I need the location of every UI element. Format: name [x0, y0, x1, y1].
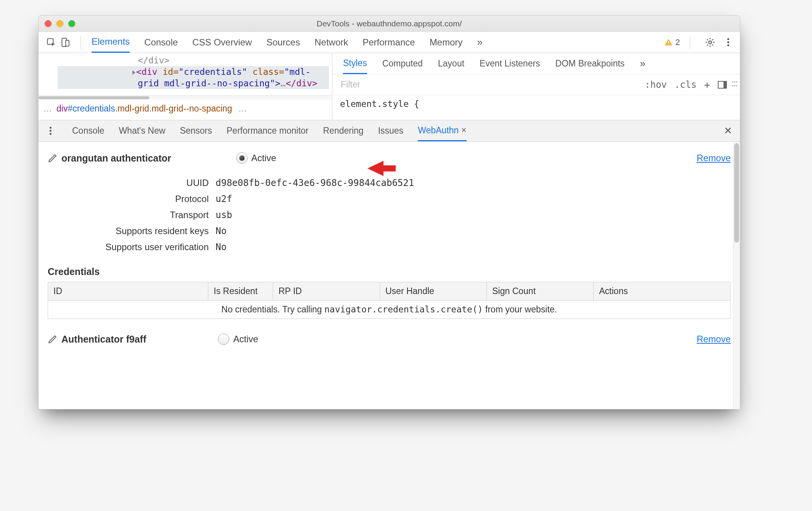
more-options-icon[interactable] — [724, 37, 732, 48]
credentials-heading: Credentials — [48, 266, 731, 277]
warning-count[interactable]: 2 — [664, 37, 680, 47]
remove-authenticator-link[interactable]: Remove — [697, 334, 731, 344]
more-tabs-chevron-icon[interactable]: » — [477, 36, 482, 48]
resident-label: Supports resident keys — [48, 226, 216, 236]
svg-rect-3 — [668, 41, 669, 43]
tab-performance[interactable]: Performance — [362, 32, 415, 53]
main-toolbar: Elements Console CSS Overview Sources Ne… — [39, 32, 740, 53]
drawer-tab-sensors[interactable]: Sensors — [180, 120, 212, 141]
authenticator-details: UUID d98e08fb-0efc-43e6-968c-99844cab652… — [48, 170, 731, 264]
tab-network[interactable]: Network — [314, 32, 348, 53]
computed-styles-toggle-icon[interactable] — [718, 81, 727, 89]
protocol-label: Protocol — [48, 194, 216, 204]
authenticator-row-1: orangutan authenticator Active Remove — [48, 149, 731, 170]
styles-tab-computed[interactable]: Computed — [382, 53, 423, 74]
drawer-tab-issues[interactable]: Issues — [378, 120, 403, 141]
close-tab-icon[interactable]: ✕ — [461, 126, 467, 134]
drawer-tab-rendering[interactable]: Rendering — [323, 120, 364, 141]
settings-gear-icon[interactable] — [705, 37, 715, 48]
tab-sources[interactable]: Sources — [266, 32, 300, 53]
main-tabs: Elements Console CSS Overview Sources Ne… — [92, 32, 483, 53]
device-toolbar-icon[interactable] — [60, 37, 70, 47]
drawer-tab-whats-new[interactable]: What's New — [119, 120, 165, 141]
styles-tab-layout[interactable]: Layout — [438, 53, 464, 74]
col-user-handle[interactable]: User Handle — [380, 282, 487, 301]
col-rp-id[interactable]: RP ID — [273, 282, 380, 301]
transport-label: Transport — [48, 210, 216, 220]
vertical-scrollbar[interactable] — [733, 142, 740, 409]
col-is-resident[interactable]: Is Resident — [208, 282, 273, 301]
warning-count-value: 2 — [675, 37, 680, 47]
styles-filter-input[interactable] — [340, 79, 645, 90]
verification-label: Supports user verification — [48, 242, 216, 252]
credentials-empty-row: No credentials. Try calling navigator.cr… — [48, 301, 731, 319]
tab-css-overview[interactable]: CSS Overview — [192, 32, 252, 53]
breadcrumb[interactable]: … div#credentials.mdl-grid.mdl-grid--no-… — [39, 98, 332, 119]
styles-tab-styles[interactable]: Styles — [343, 53, 367, 74]
col-id[interactable]: ID — [48, 282, 208, 301]
tab-console[interactable]: Console — [144, 32, 178, 53]
styles-tab-dom-breakpoints[interactable]: DOM Breakpoints — [555, 53, 625, 74]
more-styles-tabs-icon[interactable]: » — [640, 58, 645, 70]
protocol-value: u2f — [216, 194, 731, 204]
tab-memory[interactable]: Memory — [430, 32, 463, 53]
authenticator-name: Authenticator f9aff — [61, 334, 146, 345]
window-title: DevTools - webauthndemo.appspot.com/ — [39, 19, 740, 28]
uuid-value: d98e08fb-0efc-43e6-968c-99844cab6521 — [216, 178, 731, 188]
close-drawer-icon[interactable]: ✕ — [724, 125, 736, 137]
authenticator-row-2: Authenticator f9aff Active Remove — [48, 330, 731, 351]
col-sign-count[interactable]: Sign Count — [487, 282, 594, 301]
edit-name-icon[interactable] — [48, 334, 58, 344]
element-style-block[interactable]: element.style { — [332, 95, 740, 113]
drawer-tabs: Console What's New Sensors Performance m… — [39, 120, 740, 142]
drawer-tab-webauthn[interactable]: WebAuthn✕ — [418, 120, 467, 141]
styles-tabs: Styles Computed Layout Event Listeners D… — [332, 53, 740, 74]
remove-authenticator-link[interactable]: Remove — [697, 153, 731, 163]
uuid-label: UUID — [48, 178, 216, 188]
tab-elements[interactable]: Elements — [92, 32, 130, 53]
new-style-rule-icon[interactable]: + — [704, 79, 710, 91]
horizontal-scrollbar[interactable] — [39, 95, 332, 100]
authenticator-name: orangutan authenticator — [61, 153, 171, 164]
svg-rect-2 — [66, 40, 69, 46]
window-titlebar: DevTools - webauthndemo.appspot.com/ — [39, 16, 740, 32]
cls-toggle[interactable]: .cls — [675, 79, 697, 90]
webauthn-panel: orangutan authenticator Active Remove UU… — [39, 142, 740, 409]
annotation-arrow-icon — [364, 156, 399, 183]
styles-tab-event-listeners[interactable]: Event Listeners — [480, 53, 540, 74]
drawer-tab-performance-monitor[interactable]: Performance monitor — [227, 120, 309, 141]
active-radio[interactable]: Active — [236, 152, 276, 164]
resize-handle-icon[interactable] — [732, 81, 736, 88]
edit-name-icon[interactable] — [48, 153, 58, 163]
dom-line-close: </div> — [138, 55, 169, 65]
col-actions[interactable]: Actions — [594, 282, 731, 301]
hov-toggle[interactable]: :hov — [645, 79, 667, 90]
transport-value: usb — [216, 210, 731, 220]
elements-dom-tree[interactable]: </div> <div id="credentials" class="mdl-… — [39, 53, 332, 120]
verification-value: No — [216, 242, 731, 252]
resident-value: No — [216, 226, 731, 236]
credentials-table: ID Is Resident RP ID User Handle Sign Co… — [48, 282, 731, 319]
svg-point-5 — [709, 41, 711, 44]
drawer-more-icon[interactable] — [46, 126, 55, 136]
active-radio[interactable]: Active — [218, 333, 258, 345]
drawer-tab-console[interactable]: Console — [72, 120, 104, 141]
inspect-element-icon[interactable] — [46, 37, 56, 47]
svg-rect-4 — [668, 44, 669, 44]
